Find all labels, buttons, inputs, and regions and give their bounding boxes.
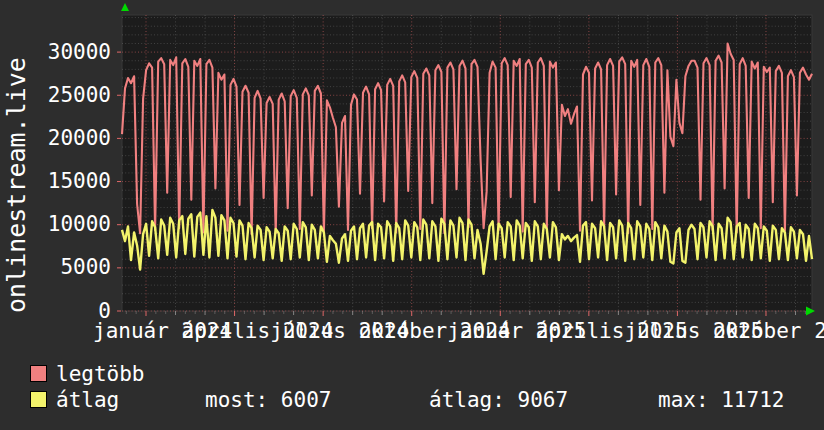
up-arrow-icon [121, 3, 129, 11]
stat-most: most: 6007 [205, 390, 331, 411]
y-axis-tick-label: 15000 [0, 171, 111, 192]
stat-atlag: átlag: 9067 [429, 390, 568, 411]
y-axis-tick-label: 30000 [0, 42, 111, 63]
stat-max: max: 11712 [658, 390, 784, 411]
x-axis-tick-label: október 2025 [713, 321, 824, 342]
y-axis-tick-label: 25000 [0, 85, 111, 106]
legend-swatch-legtobb [30, 365, 47, 382]
y-axis-tick-label: 10000 [0, 214, 111, 235]
rrd-graph: onlinestream.live 0500010000150002000025… [0, 0, 824, 430]
legend-swatch-atlag [30, 391, 47, 408]
plot-area [116, 1, 816, 323]
legend-label-legtobb: legtöbb [56, 364, 145, 385]
legend-label-atlag: átlag [56, 390, 119, 411]
y-axis-tick-label: 5000 [0, 257, 111, 278]
y-axis-tick-label: 20000 [0, 128, 111, 149]
